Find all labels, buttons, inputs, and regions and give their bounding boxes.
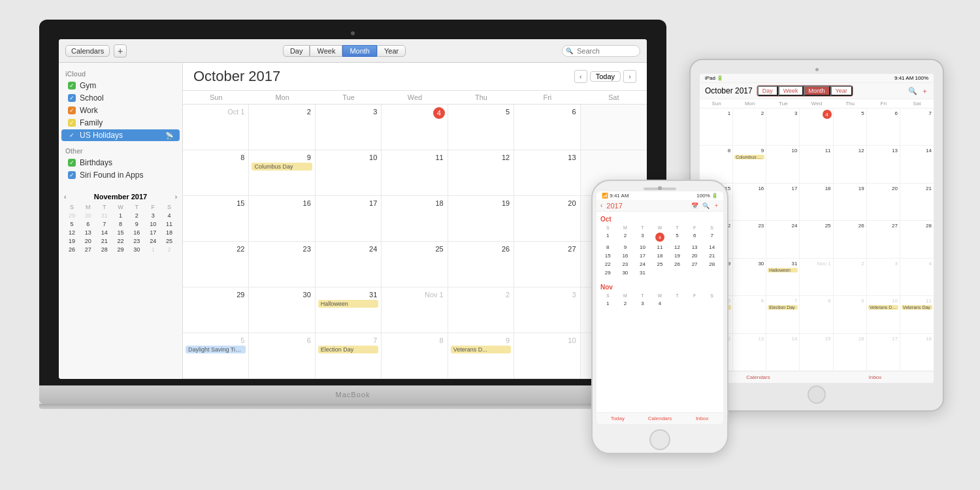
ipad-cell[interactable]: 8 (700, 146, 733, 182)
ipad-cell[interactable]: 16 (834, 334, 867, 370)
mini-cal-day[interactable]: 31 (97, 212, 112, 220)
siri-checkbox[interactable]: ✓ (68, 171, 76, 179)
ipad-cell[interactable]: 19 (834, 184, 867, 220)
iphone-cal-day[interactable]: 7 (703, 231, 721, 243)
iphone-cal-day[interactable]: 5 (668, 231, 686, 243)
ipad-cell[interactable]: 7 (900, 108, 934, 145)
ipad-cell[interactable]: 3 (766, 108, 800, 145)
mini-cal-day[interactable]: 2 (129, 212, 144, 220)
ipad-view-month[interactable]: Month (804, 86, 830, 96)
iphone-cal-icon[interactable]: 📅 (691, 203, 698, 209)
iphone-cal-day[interactable]: 16 (617, 252, 634, 260)
mini-cal-day[interactable]: 15 (113, 229, 129, 237)
iphone-cal-day[interactable]: 4 (651, 299, 669, 308)
cal-cell[interactable]: 25 (382, 242, 448, 287)
cal-cell[interactable]: 9Columbus Day (249, 150, 315, 195)
view-month-button[interactable]: Month (342, 45, 377, 57)
mini-cal-day[interactable]: 6 (80, 220, 96, 228)
iphone-cal-day[interactable]: 26 (668, 260, 686, 269)
cal-cell[interactable] (581, 105, 647, 150)
cal-cell[interactable]: 6 (249, 333, 315, 378)
iphone-search-icon[interactable]: 🔍 (702, 203, 710, 209)
ipad-cell[interactable]: 27 (867, 221, 900, 257)
mini-cal-day[interactable]: 23 (129, 237, 144, 245)
iphone-cal-day[interactable]: 9 (617, 243, 634, 252)
mini-cal-day[interactable]: 10 (145, 220, 161, 228)
cal-cell[interactable]: 27 (514, 242, 580, 287)
mini-cal-day[interactable]: 13 (80, 229, 96, 237)
mini-cal-day[interactable]: 3 (145, 212, 161, 220)
ipad-cell[interactable]: 1 (700, 108, 733, 145)
cal-cell[interactable]: 6 (514, 105, 580, 150)
mini-cal-day[interactable]: 2 (161, 246, 177, 253)
mini-cal-day[interactable]: 19 (64, 237, 80, 245)
ipad-view-year[interactable]: Year (830, 86, 853, 96)
iphone-cal-day[interactable]: 4 (651, 231, 669, 243)
ipad-cell[interactable]: 10Veterans Day L... (867, 296, 900, 333)
view-year-button[interactable]: Year (377, 45, 406, 57)
iphone-cal-day[interactable]: 2 (617, 299, 634, 308)
cal-cell[interactable]: 24 (316, 242, 382, 287)
cal-cell[interactable]: 8 (183, 150, 249, 195)
ipad-cell[interactable]: 12 (834, 146, 867, 182)
ipad-cell[interactable]: 21 (900, 184, 934, 220)
ipad-cell[interactable]: 6 (867, 108, 900, 145)
iphone-cal-day[interactable]: 25 (651, 260, 669, 269)
school-checkbox[interactable]: ✓ (68, 94, 76, 102)
iphone-cal-day[interactable]: 28 (703, 260, 721, 269)
ipad-cell[interactable]: 23 (733, 221, 766, 257)
ipad-cell[interactable]: 14 (900, 146, 934, 182)
ipad-cell[interactable]: 4 (800, 108, 833, 145)
ipad-cell[interactable]: 6 (733, 296, 766, 333)
cal-cell[interactable]: Oct 1 (183, 105, 249, 150)
ipad-cell[interactable]: Nov 1 (800, 259, 833, 295)
ipad-cell[interactable]: 11 (800, 146, 833, 182)
mini-cal-day[interactable]: 11 (161, 220, 177, 228)
cal-cell[interactable]: 5Daylight Saving Time... (183, 333, 249, 378)
mini-cal-day[interactable]: 30 (129, 246, 144, 253)
iphone-cal-day[interactable]: 23 (617, 260, 634, 269)
iphone-cal-day[interactable]: 21 (703, 252, 721, 260)
mini-cal-day[interactable]: 1 (113, 212, 129, 220)
ipad-search-icon[interactable]: 🔍 (908, 87, 917, 95)
iphone-cal-day[interactable]: 3 (634, 299, 651, 308)
cal-cell[interactable]: 8 (382, 333, 448, 378)
ipad-cell[interactable]: 14 (766, 334, 800, 370)
iphone-cal-day[interactable]: 10 (634, 243, 651, 252)
iphone-cal-day[interactable]: 29 (599, 269, 617, 277)
ipad-cell[interactable]: 17 (867, 334, 900, 370)
cal-cell[interactable]: 31Halloween (316, 287, 382, 333)
ipad-cell[interactable]: 9Columbus Day (733, 146, 766, 182)
ipad-cell[interactable]: 11Veterans Day (900, 296, 934, 333)
ipad-cell[interactable]: 2 (733, 108, 766, 145)
mini-cal-day[interactable]: 22 (113, 237, 129, 245)
iphone-cal-day[interactable]: 1 (599, 231, 617, 243)
gym-checkbox[interactable]: ✓ (68, 82, 76, 90)
add-calendar-button[interactable]: + (114, 44, 127, 57)
mini-cal-day[interactable]: 4 (161, 212, 177, 220)
cal-cell[interactable]: 19 (448, 196, 514, 241)
cal-cell[interactable]: 11 (382, 150, 448, 195)
sidebar-item-gym[interactable]: ✓ Gym (61, 80, 180, 91)
iphone-cal-day[interactable]: 6 (686, 231, 704, 243)
cal-cell[interactable]: 2 (249, 105, 315, 150)
ipad-cell[interactable]: 10 (766, 146, 800, 182)
cal-cell[interactable]: 13 (514, 150, 580, 195)
prev-month-button[interactable]: ‹ (574, 70, 587, 83)
ipad-cell[interactable]: 18 (800, 184, 833, 220)
mini-cal-day[interactable]: 25 (161, 237, 177, 245)
mini-cal-day[interactable]: 29 (64, 212, 80, 220)
sidebar-item-siri-apps[interactable]: ✓ Siri Found in Apps (61, 169, 180, 181)
work-checkbox[interactable]: ✓ (68, 106, 76, 114)
iphone-cal-day[interactable]: 30 (617, 269, 634, 277)
mini-cal-day[interactable]: 27 (80, 246, 96, 253)
cal-cell[interactable]: 20 (514, 196, 580, 241)
iphone-cal-day[interactable]: 3 (634, 231, 651, 243)
iphone-cal-day[interactable]: 8 (599, 243, 617, 252)
ipad-cell[interactable]: 16 (733, 184, 766, 220)
iphone-cal-day[interactable]: 2 (617, 231, 634, 243)
cal-cell[interactable]: 30 (249, 287, 315, 333)
iphone-cal-day[interactable]: 14 (703, 243, 721, 252)
ipad-view-week[interactable]: Week (778, 86, 804, 96)
mini-cal-day[interactable]: 9 (129, 220, 144, 228)
